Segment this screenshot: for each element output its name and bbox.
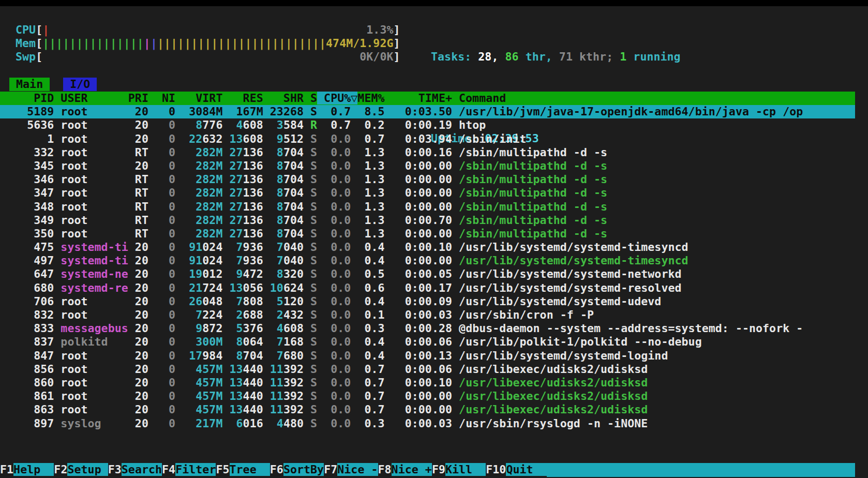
fnkey-f2[interactable]: F2Setup bbox=[54, 463, 108, 477]
cell-pad bbox=[270, 146, 277, 159]
cell-virt: 776 bbox=[202, 118, 222, 131]
column-header-pri[interactable]: PRI bbox=[128, 92, 148, 104]
cell-pri: 20 bbox=[128, 403, 148, 416]
cell-pad bbox=[263, 227, 270, 240]
process-row[interactable]: 847 root 20 0 17984 8704 7680 S 0.0 0.4 … bbox=[0, 349, 855, 363]
cell-virt: 024 bbox=[202, 254, 222, 267]
process-row[interactable]: 861 root 20 0 457M 13440 11392 S 0.0 0.7… bbox=[0, 390, 855, 403]
process-row[interactable]: 349 root RT 0 282M 27136 8704 S 0.0 1.3 … bbox=[0, 214, 855, 227]
cell-shr: 432 bbox=[283, 308, 304, 321]
cell-command: /usr/libexec/udisks2/udisksd bbox=[452, 376, 648, 389]
column-header-user[interactable]: USER bbox=[54, 92, 128, 104]
process-row[interactable]: 856 root 20 0 457M 13440 11392 S 0.0 0.7… bbox=[0, 363, 855, 376]
cell-pad bbox=[182, 295, 189, 308]
cell-pad bbox=[263, 241, 270, 253]
fnkey-f7[interactable]: F7Nice - bbox=[324, 463, 378, 477]
process-row[interactable]: 5189 root 20 0 3084M 167M 23268 S 0.7 8.… bbox=[0, 105, 855, 118]
process-row[interactable]: 5636 root 20 0 8776 4608 3584 R 0.7 0.2 … bbox=[0, 118, 855, 132]
cell-virt: 457M bbox=[196, 390, 222, 402]
cell-state: S bbox=[304, 254, 317, 267]
fnkey-f6[interactable]: F6SortBy bbox=[270, 463, 324, 477]
process-row[interactable]: 332 root RT 0 282M 27136 8704 S 0.0 1.3 … bbox=[0, 146, 855, 159]
fnkey-f8[interactable]: F8Nice + bbox=[378, 463, 432, 477]
meters-panel: CPU[| 1.3%]Mem[|||||||||||||||||||||||||… bbox=[16, 23, 400, 64]
tab-main[interactable]: Main bbox=[9, 78, 50, 91]
column-header-ni[interactable]: NI bbox=[148, 92, 175, 104]
cell-virt: 21 bbox=[189, 281, 202, 294]
process-row[interactable]: 348 root RT 0 282M 27136 8704 S 0.0 1.3 … bbox=[0, 200, 855, 214]
process-row[interactable]: 837 polkitd 20 0 300M 8064 7168 S 0.0 0.… bbox=[0, 335, 855, 349]
cell-shr: 7 bbox=[277, 349, 283, 362]
tab-io[interactable]: I/O bbox=[63, 78, 97, 91]
cell-pad bbox=[263, 200, 270, 213]
cell-pad bbox=[182, 173, 196, 186]
cell-pri: 20 bbox=[128, 417, 148, 430]
cell-cpu: 0.0 bbox=[317, 349, 351, 362]
column-header-virt[interactable]: VIRT bbox=[175, 92, 222, 104]
fnkey-action: Setup bbox=[67, 463, 108, 476]
process-row[interactable]: 475 systemd-ti 20 0 91024 7936 7040 S 0.… bbox=[0, 241, 855, 254]
cell-res: 4 bbox=[236, 118, 243, 131]
cell-pad bbox=[230, 254, 236, 267]
cell-mem: 1.3 bbox=[351, 227, 384, 240]
cell-mem: 1.3 bbox=[351, 186, 384, 199]
process-row[interactable]: 1 root 20 0 22632 13608 9512 S 0.0 0.7 0… bbox=[0, 132, 855, 146]
cell-res: 136 bbox=[243, 146, 263, 159]
column-header-shr[interactable]: SHR bbox=[263, 92, 304, 104]
column-header-res[interactable]: RES bbox=[222, 92, 263, 104]
cell-cpu: 0.0 bbox=[317, 200, 351, 213]
mem-meter: Mem[||||||||||||||||||||||||||||||||||||… bbox=[16, 37, 400, 50]
process-row[interactable]: 706 root 20 0 26048 7808 5120 S 0.0 0.4 … bbox=[0, 295, 855, 308]
fnkey-f10[interactable]: F10Quit bbox=[486, 463, 546, 477]
process-row[interactable]: 832 root 20 0 7224 2688 2432 S 0.0 0.1 0… bbox=[0, 308, 855, 322]
cell-mem: 1.3 bbox=[351, 200, 384, 213]
cell-pid: 837 bbox=[7, 335, 54, 348]
fnkey-f3[interactable]: F3Search bbox=[108, 463, 162, 477]
fnkey-f1[interactable]: F1Help bbox=[0, 463, 54, 477]
process-row[interactable]: 345 root 20 0 282M 27136 8704 S 0.0 1.3 … bbox=[0, 159, 855, 173]
cell-shr: 120 bbox=[283, 295, 304, 308]
cell-user: root bbox=[54, 214, 128, 227]
fnkey-action: Tree bbox=[230, 463, 270, 476]
cell-time: 0:00.06 bbox=[385, 363, 452, 376]
process-row[interactable]: 350 root RT 0 282M 27136 8704 S 0.0 1.3 … bbox=[0, 227, 855, 241]
column-header-pid[interactable]: PID bbox=[7, 92, 54, 104]
cell-ni: 0 bbox=[148, 322, 175, 335]
cell-pad bbox=[263, 403, 270, 416]
cell-shr: 8 bbox=[277, 173, 283, 186]
cell-shr: 5 bbox=[277, 295, 283, 308]
cell-shr: 704 bbox=[283, 200, 304, 213]
process-row[interactable]: 680 systemd-re 20 0 21724 13056 10624 S … bbox=[0, 281, 855, 295]
process-row[interactable]: 897 syslog 20 0 217M 6016 4480 S 0.0 0.3… bbox=[0, 417, 855, 430]
process-row[interactable]: 863 root 20 0 457M 13440 11392 S 0.0 0.7… bbox=[0, 403, 855, 416]
cell-pri: RT bbox=[128, 146, 148, 159]
cell-state: S bbox=[304, 200, 317, 213]
column-header-time[interactable]: TIME+ bbox=[385, 92, 452, 104]
cell-time: 0:00.28 bbox=[385, 322, 452, 335]
column-header-cpu[interactable]: CPU%▽ bbox=[317, 92, 357, 104]
cell-pad bbox=[175, 308, 182, 321]
cell-cpu: 0.0 bbox=[317, 417, 351, 430]
cell-res: 472 bbox=[243, 267, 263, 280]
cell-mem: 1.3 bbox=[351, 214, 384, 227]
process-row[interactable]: 347 root RT 0 282M 27136 8704 S 0.0 1.3 … bbox=[0, 186, 855, 200]
process-row[interactable]: 833 messagebus 20 0 9872 5376 4608 S 0.0… bbox=[0, 322, 855, 335]
cell-ni: 0 bbox=[148, 267, 175, 280]
column-header-mem[interactable]: MEM% bbox=[357, 92, 384, 104]
cell-pad bbox=[263, 390, 270, 402]
process-row[interactable]: 860 root 20 0 457M 13440 11392 S 0.0 0.7… bbox=[0, 376, 855, 390]
cell-res: 440 bbox=[243, 376, 263, 389]
cell-res: 13 bbox=[230, 132, 243, 145]
cell-time: 0:00.10 bbox=[385, 376, 452, 389]
process-row[interactable]: 497 systemd-ti 20 0 91024 7936 7040 S 0.… bbox=[0, 254, 855, 267]
column-header-s[interactable]: S bbox=[304, 92, 317, 104]
process-row[interactable]: 346 root RT 0 282M 27136 8704 S 0.0 1.3 … bbox=[0, 173, 855, 186]
process-row[interactable]: 647 systemd-ne 20 0 19012 9472 8320 S 0.… bbox=[0, 267, 855, 281]
fnkey-f9[interactable]: F9Kill bbox=[432, 463, 486, 477]
column-header-command[interactable]: Command bbox=[452, 92, 506, 104]
cell-pad bbox=[222, 335, 229, 348]
fnkey-f4[interactable]: F4Filter bbox=[162, 463, 216, 477]
fnkey-f5[interactable]: F5Tree bbox=[216, 463, 270, 477]
cell-ni: 0 bbox=[148, 241, 175, 253]
cell-pad bbox=[182, 118, 196, 131]
